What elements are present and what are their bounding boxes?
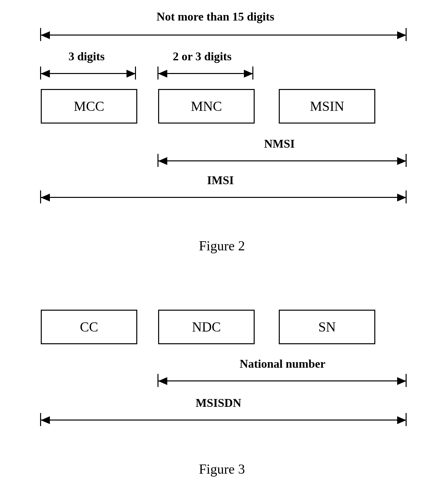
fig3-caption: Figure 3: [199, 461, 245, 477]
fig3-msisdn-label: MSISDN: [196, 396, 241, 410]
fig3-national-label: National number: [240, 357, 325, 371]
fig3-national-dimline: [158, 380, 406, 381]
fig2-mcc-arrow-left: [41, 70, 50, 78]
fig2-top-arrow-left: [41, 31, 50, 39]
fig2-mcc-dimline: [41, 73, 135, 74]
fig2-box-msin-text: MSIN: [310, 98, 344, 114]
fig2-nmsi-dimline: [158, 160, 406, 161]
fig3-msisdn-arrow-right: [397, 416, 406, 424]
fig3-national-arrow-left: [158, 377, 167, 385]
fig2-imsi-label: IMSI: [207, 173, 234, 187]
fig2-imsi-dimline: [41, 197, 406, 198]
fig2-nmsi-arrow-right: [397, 157, 406, 165]
fig2-top-label: Not more than 15 digits: [157, 10, 274, 23]
fig2-nmsi-arrow-left: [158, 157, 167, 165]
fig2-mnc-dimline: [158, 73, 253, 74]
fig3-box-ndc-text: NDC: [192, 319, 221, 335]
fig2-box-mnc: MNC: [158, 89, 255, 124]
fig2-mnc-arrow-right: [244, 70, 253, 78]
fig2-dim-mnc-label: 2 or 3 digits: [173, 50, 231, 63]
fig2-box-msin: MSIN: [279, 89, 375, 124]
fig2-nmsi-label: NMSI: [264, 137, 295, 151]
fig3-box-sn-text: SN: [318, 319, 336, 335]
fig3-box-cc: CC: [41, 310, 137, 344]
fig2-box-mcc-text: MCC: [74, 98, 104, 114]
fig2-mnc-arrow-left: [158, 70, 167, 78]
fig2-dim-mcc-label: 3 digits: [68, 50, 105, 63]
fig3-msisdn-arrow-left: [41, 416, 50, 424]
fig3-national-arrow-right: [397, 377, 406, 385]
fig3-msisdn-dimline: [41, 420, 406, 421]
fig2-imsi-arrow-left: [41, 194, 50, 201]
fig2-caption: Figure 2: [199, 238, 245, 254]
fig2-top-arrow-right: [397, 31, 406, 39]
diagram-canvas: Not more than 15 digits 3 digits 2 or 3 …: [0, 0, 448, 488]
fig3-box-ndc: NDC: [158, 310, 255, 344]
fig2-imsi-arrow-right: [397, 194, 406, 201]
fig3-box-cc-text: CC: [80, 319, 98, 335]
fig2-mcc-arrow-right: [127, 70, 136, 78]
fig2-top-dimline: [41, 35, 406, 36]
fig2-box-mcc: MCC: [41, 89, 137, 124]
fig2-box-mnc-text: MNC: [191, 98, 222, 114]
fig3-box-sn: SN: [279, 310, 375, 344]
